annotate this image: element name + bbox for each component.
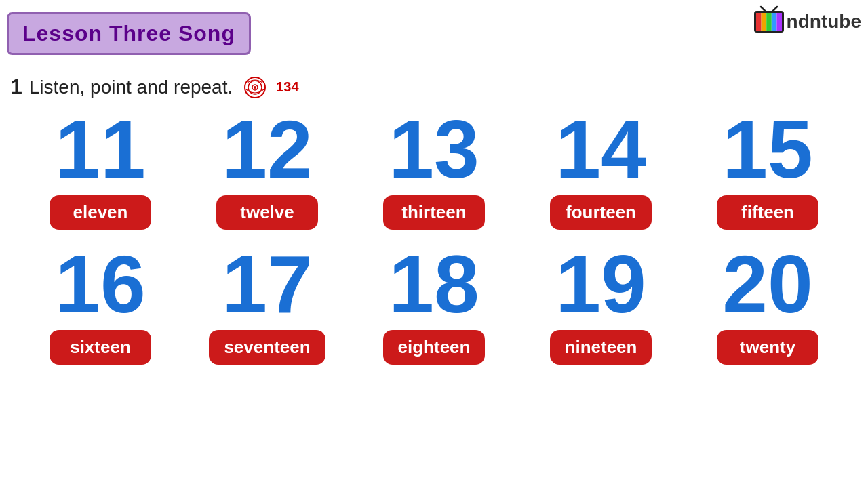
svg-line-8 xyxy=(773,7,777,11)
number-card-20: 20twenty xyxy=(688,243,848,365)
big-number-20: 20 xyxy=(722,243,812,325)
word-badge-15: fifteen xyxy=(717,195,818,230)
word-badge-16: sixteen xyxy=(50,330,151,365)
big-number-19: 19 xyxy=(555,243,646,325)
big-number-16: 16 xyxy=(55,243,145,325)
number-card-16: 16sixteen xyxy=(20,243,180,365)
number-card-18: 18eighteen xyxy=(354,243,514,365)
svg-rect-5 xyxy=(771,13,776,30)
svg-rect-3 xyxy=(761,13,766,30)
track-number: 134 xyxy=(276,79,298,95)
big-number-13: 13 xyxy=(389,108,479,190)
word-badge-13: thirteen xyxy=(383,195,485,230)
number-card-19: 19nineteen xyxy=(521,243,681,365)
logo-text: ndntube xyxy=(787,11,861,33)
number-card-12: 12twelve xyxy=(187,108,347,230)
svg-point-12 xyxy=(254,86,256,89)
big-number-15: 15 xyxy=(722,108,812,190)
disc-icon xyxy=(243,76,267,99)
word-badge-20: twenty xyxy=(717,330,818,365)
number-card-17: 17seventeen xyxy=(187,243,347,365)
number-card-11: 11eleven xyxy=(20,108,180,230)
word-badge-12: twelve xyxy=(216,195,318,230)
word-badge-18: eighteen xyxy=(383,330,486,365)
number-card-15: 15fifteen xyxy=(688,108,848,230)
logo: ndntube xyxy=(753,5,861,38)
number-row-2: 16sixteen17seventeen18eighteen19nineteen… xyxy=(20,243,848,365)
numbers-section: 11eleven12twelve13thirteen14fourteen15fi… xyxy=(0,108,868,365)
number-row-1: 11eleven12twelve13thirteen14fourteen15fi… xyxy=(20,108,848,230)
title-box: Lesson Three Song xyxy=(7,12,251,55)
logo-icon xyxy=(753,5,785,38)
word-badge-19: nineteen xyxy=(550,330,652,365)
svg-rect-2 xyxy=(756,13,762,30)
svg-rect-4 xyxy=(766,13,772,30)
word-badge-11: eleven xyxy=(50,195,151,230)
big-number-18: 18 xyxy=(389,243,479,325)
big-number-17: 17 xyxy=(222,243,312,325)
big-number-12: 12 xyxy=(222,108,312,190)
svg-line-7 xyxy=(761,7,765,11)
big-number-14: 14 xyxy=(555,108,646,190)
big-number-11: 11 xyxy=(55,108,145,190)
word-badge-14: fourteen xyxy=(550,195,652,230)
number-card-13: 13thirteen xyxy=(354,108,514,230)
instruction-number: 1 xyxy=(10,75,22,100)
instruction-text: Listen, point and repeat. xyxy=(29,77,233,98)
number-card-14: 14fourteen xyxy=(521,108,681,230)
svg-rect-6 xyxy=(776,13,782,30)
instruction-row: 1 Listen, point and repeat. 134 xyxy=(10,75,299,100)
page-title: Lesson Three Song xyxy=(22,21,235,45)
word-badge-17: seventeen xyxy=(209,330,325,365)
